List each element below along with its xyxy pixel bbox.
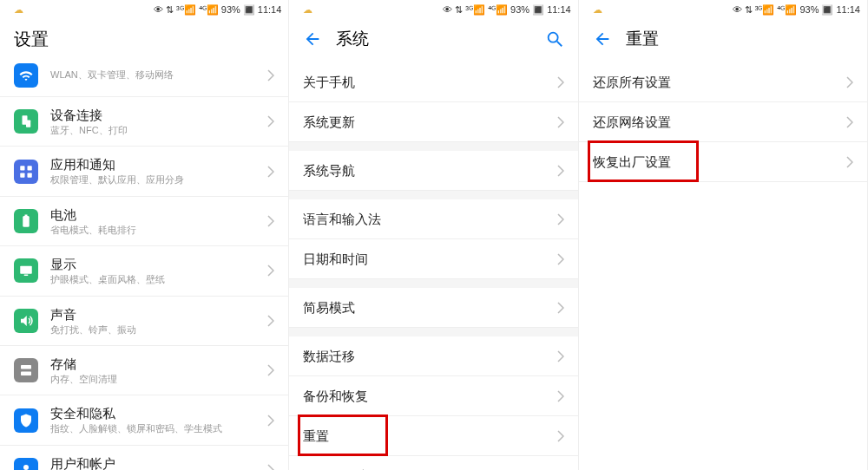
search-icon[interactable] — [545, 29, 564, 49]
svg-point-14 — [548, 33, 557, 42]
reset-item[interactable]: 恢复出厂设置 — [579, 142, 867, 182]
back-icon[interactable] — [303, 29, 322, 49]
svg-rect-2 — [20, 166, 24, 170]
page-title: 系统 — [336, 28, 530, 50]
item-title: 存储 — [50, 355, 267, 373]
system-item[interactable]: 开发人员选项 — [289, 456, 577, 470]
item-subtitle: 免打扰、铃声、振动 — [50, 323, 267, 336]
item-title: 数据迁移 — [303, 347, 556, 365]
settings-item[interactable]: 安全和隐私指纹、人脸解锁、锁屏和密码、学生模式 — [0, 395, 288, 445]
item-title: 还原所有设置 — [593, 73, 846, 91]
item-title: 还原网络设置 — [593, 113, 846, 131]
svg-rect-10 — [21, 365, 31, 369]
settings-item[interactable]: 显示护眼模式、桌面风格、壁纸 — [0, 246, 288, 296]
header: 重置 — [579, 19, 867, 62]
system-item[interactable]: 备份和恢复 — [289, 376, 577, 416]
time-text: 11:14 — [547, 4, 571, 15]
header: 系统 — [289, 19, 577, 62]
back-icon[interactable] — [593, 29, 612, 49]
section-gap — [289, 279, 577, 288]
time-text: 11:14 — [836, 4, 860, 15]
battery-text: 93% — [510, 4, 529, 15]
time-text: 11:14 — [258, 4, 282, 15]
cloud-icon: ☁ — [303, 4, 312, 16]
sound-icon — [14, 309, 38, 333]
storage-icon — [14, 358, 38, 382]
item-title: 系统更新 — [303, 113, 556, 131]
page-title: 设置 — [0, 19, 288, 63]
settings-item[interactable]: 应用和通知权限管理、默认应用、应用分身 — [0, 147, 288, 196]
item-title: 电池 — [50, 206, 267, 224]
status-bar: ☁ 👁 ⇅ ³ᴳ📶 ⁴ᴳ📶 93% 🔳 11:14 — [0, 0, 288, 19]
display-icon — [14, 258, 38, 283]
settings-item[interactable]: 电池省电模式、耗电排行 — [0, 197, 288, 246]
system-item[interactable]: 数据迁移 — [289, 336, 577, 376]
item-title: 简易模式 — [303, 298, 556, 317]
section-gap — [289, 142, 577, 151]
screen-system: ☁ 👁 ⇅ ³ᴳ📶 ⁴ᴳ📶 93% 🔳 11:14 系统 关于手机系统更新系统导… — [289, 0, 578, 470]
settings-item[interactable]: 设备连接蓝牙、NFC、打印 — [0, 97, 288, 147]
user-icon — [14, 458, 38, 470]
svg-rect-5 — [28, 173, 32, 177]
svg-rect-6 — [23, 216, 30, 227]
item-title: 声音 — [50, 305, 267, 323]
status-bar: ☁ 👁 ⇅ ³ᴳ📶 ⁴ᴳ📶 93% 🔳 11:14 — [579, 0, 867, 19]
item-title: 恢复出厂设置 — [593, 153, 846, 171]
item-title: 语言和输入法 — [303, 210, 556, 228]
system-item[interactable]: 重置 — [289, 416, 577, 456]
settings-item[interactable]: WLAN、双卡管理、移动网络 — [0, 63, 288, 97]
item-title: 日期和时间 — [303, 250, 556, 268]
item-subtitle: 省电模式、耗电排行 — [50, 224, 267, 237]
item-title: 用户和帐户 — [50, 454, 267, 470]
system-item[interactable]: 简易模式 — [289, 288, 577, 328]
item-title: 设备连接 — [50, 106, 267, 124]
item-title: 重置 — [303, 427, 556, 445]
item-title: 关于手机 — [303, 73, 556, 91]
status-icons: 👁 ⇅ ³ᴳ📶 ⁴ᴳ📶 — [154, 4, 219, 16]
item-title: 显示 — [50, 255, 267, 273]
svg-rect-1 — [26, 121, 30, 127]
security-icon — [14, 408, 38, 433]
settings-item[interactable]: 用户和帐户多用户、云服务、帐户 — [0, 446, 288, 470]
item-title: 备份和恢复 — [303, 387, 556, 405]
battery-icon — [14, 209, 38, 233]
battery-text: 93% — [221, 4, 240, 15]
wifi-icon — [14, 63, 38, 88]
svg-rect-8 — [20, 266, 32, 274]
reset-item[interactable]: 还原所有设置 — [579, 62, 867, 102]
item-subtitle: 指纹、人脸解锁、锁屏和密码、学生模式 — [50, 422, 267, 435]
battery-icon: 🔳 — [243, 4, 255, 16]
item-title: 开发人员选项 — [303, 467, 556, 470]
item-subtitle: WLAN、双卡管理、移动网络 — [50, 69, 267, 82]
battery-icon: 🔳 — [821, 4, 833, 16]
system-item[interactable]: 日期和时间 — [289, 239, 577, 279]
status-icons: 👁 ⇅ ³ᴳ📶 ⁴ᴳ📶 — [443, 4, 508, 16]
settings-item[interactable]: 声音免打扰、铃声、振动 — [0, 297, 288, 346]
battery-text: 93% — [799, 4, 819, 15]
item-subtitle: 权限管理、默认应用、应用分身 — [50, 173, 267, 186]
svg-rect-9 — [24, 275, 29, 277]
system-item[interactable]: 关于手机 — [289, 62, 577, 102]
svg-rect-11 — [21, 372, 31, 376]
svg-rect-3 — [28, 166, 32, 170]
item-title: 应用和通知 — [50, 155, 267, 173]
section-gap — [289, 191, 577, 199]
system-item[interactable]: 语言和输入法 — [289, 199, 577, 239]
system-item[interactable]: 系统导航 — [289, 151, 577, 191]
apps-icon — [14, 160, 38, 184]
screen-reset: ☁ 👁 ⇅ ³ᴳ📶 ⁴ᴳ📶 93% 🔳 11:14 重置 还原所有设置还原网络设… — [579, 0, 868, 470]
system-item[interactable]: 系统更新 — [289, 102, 577, 142]
reset-item[interactable]: 还原网络设置 — [579, 102, 867, 142]
svg-rect-7 — [25, 214, 28, 216]
item-subtitle: 内存、空间清理 — [50, 373, 267, 386]
svg-rect-4 — [20, 173, 24, 177]
settings-item[interactable]: 存储内存、空间清理 — [0, 346, 288, 395]
item-title: 系统导航 — [303, 161, 556, 180]
device-icon — [14, 109, 38, 134]
page-title: 重置 — [626, 28, 853, 50]
section-gap — [289, 328, 577, 336]
item-subtitle: 蓝牙、NFC、打印 — [50, 124, 267, 137]
item-title: 安全和隐私 — [50, 404, 267, 422]
svg-point-12 — [23, 465, 29, 470]
screen-settings: ☁ 👁 ⇅ ³ᴳ📶 ⁴ᴳ📶 93% 🔳 11:14 设置 WLAN、双卡管理、移… — [0, 0, 289, 470]
